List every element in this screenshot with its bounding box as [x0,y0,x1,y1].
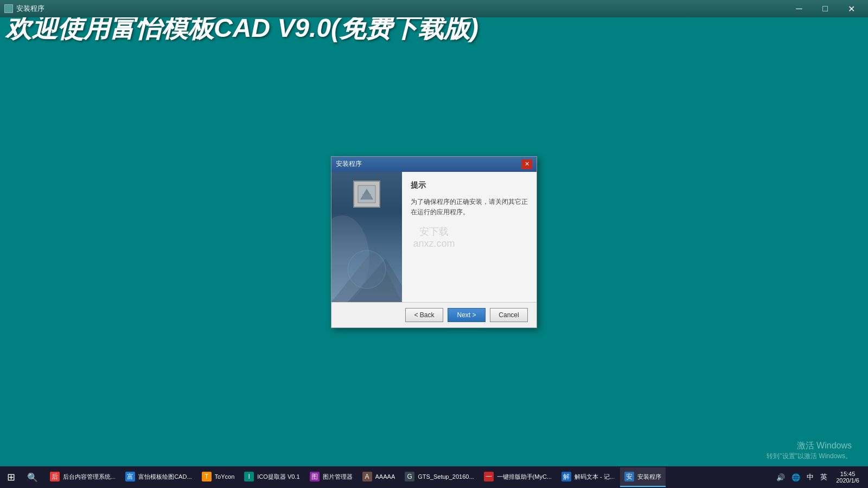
os-maximize-btn[interactable]: □ [813,1,838,16]
taskbar: ⊞ 🔍 后后台内容管理系统...富富怡模板绘图CAD...TToYconIICO… [0,466,868,488]
taskbar-item-4[interactable]: 图图片管理器 [305,467,357,487]
taskbar-item-label-7: 一键排版助手(MyC... [497,473,552,481]
taskbar-item-label-4: 图片管理器 [323,473,353,481]
taskbar-item-9[interactable]: 安安装程序 [620,467,666,487]
dialog-content-text: 为了确保程序的正确安装，请关闭其它正在运行的应用程序。 [411,197,528,217]
taskbar-item-3[interactable]: IICO提取器 V0.1 [240,467,304,487]
taskbar-item-0[interactable]: 后后台内容管理系统... [46,467,120,487]
taskbar-search-button[interactable]: 🔍 [22,466,43,488]
taskbar-clock[interactable]: 15:45 2020/1/6 [832,471,864,484]
os-close-btn[interactable]: ✕ [839,1,864,16]
tray-volume-icon[interactable]: 🌐 [789,472,802,483]
svg-rect-2 [362,194,371,200]
cancel-button[interactable]: Cancel [490,308,528,322]
taskbar-item-icon-1: 富 [125,472,135,481]
dialog-section-title: 提示 [411,181,528,190]
taskbar-item-icon-4: 图 [310,472,320,481]
next-button[interactable]: Next > [448,308,486,322]
svg-point-6 [348,251,386,288]
cad-icon-svg [357,184,376,204]
taskbar-item-6[interactable]: GGTS_Setup_20160... [400,467,478,487]
dialog-app-icon [353,181,380,208]
taskbar-item-8[interactable]: 解解码文本 - 记... [557,467,619,487]
tray-network-icon[interactable]: 🔊 [774,472,787,483]
dialog-sidebar [331,172,402,302]
taskbar-item-2[interactable]: TToYcon [197,467,239,487]
dialog-close-btn[interactable]: ✕ [521,159,532,169]
clock-date: 2020/1/6 [836,477,859,484]
dialog-titlebar: 安装程序 ✕ [331,157,537,172]
os-titlebar-icon [4,4,13,13]
dialog-content: 提示 为了确保程序的正确安装，请关闭其它正在运行的应用程序。 [402,172,537,302]
taskbar-tray: 🔊 🌐 中 英 15:45 2020/1/6 [770,471,868,484]
modal-overlay: 安装程序 ✕ [0,17,868,466]
taskbar-item-label-5: AAAAA [375,473,395,480]
start-button[interactable]: ⊞ [0,466,22,488]
taskbar-item-icon-6: G [405,472,414,481]
taskbar-item-label-1: 富怡模板绘图CAD... [138,473,192,481]
taskbar-item-7[interactable]: 一一键排版助手(MyC... [480,467,556,487]
tray-ime-icon[interactable]: 中 [805,471,816,483]
os-titlebar-left: 安装程序 [4,4,44,14]
taskbar-item-icon-7: 一 [484,472,494,481]
os-titlebar-right: ─ □ ✕ [787,1,864,16]
install-dialog: 安装程序 ✕ [331,156,537,328]
clock-time: 15:45 [836,471,859,477]
taskbar-item-label-2: ToYcon [215,473,235,480]
os-title-text: 安装程序 [16,4,44,14]
taskbar-item-label-0: 后台内容管理系统... [63,473,116,481]
taskbar-items: 后后台内容管理系统...富富怡模板绘图CAD...TToYconIICO提取器 … [43,467,770,487]
dialog-title-left: 安装程序 [336,159,362,169]
back-button[interactable]: < Back [405,308,443,322]
taskbar-item-icon-3: I [244,472,254,481]
taskbar-item-label-8: 解码文本 - 记... [575,473,615,481]
taskbar-item-label-3: ICO提取器 V0.1 [257,473,299,481]
taskbar-item-label-9: 安装程序 [637,473,661,481]
taskbar-item-5[interactable]: AAAAAA [358,467,400,487]
taskbar-item-icon-9: 安 [624,472,634,481]
taskbar-item-icon-0: 后 [50,472,60,481]
os-titlebar: 安装程序 ─ □ ✕ [0,0,868,17]
dialog-footer: < Back Next > Cancel [331,302,537,328]
dialog-title-text: 安装程序 [336,159,362,169]
taskbar-item-icon-8: 解 [561,472,571,481]
taskbar-item-icon-2: T [202,472,212,481]
taskbar-item-1[interactable]: 富富怡模板绘图CAD... [121,467,196,487]
sidebar-decoration [331,215,402,302]
tray-ime-eng-icon[interactable]: 英 [818,471,829,483]
taskbar-item-label-6: GTS_Setup_20160... [418,473,474,480]
os-minimize-btn[interactable]: ─ [787,1,812,16]
taskbar-item-icon-5: A [362,472,372,481]
dialog-body: 提示 为了确保程序的正确安装，请关闭其它正在运行的应用程序。 安下载 anxz.… [331,172,537,302]
